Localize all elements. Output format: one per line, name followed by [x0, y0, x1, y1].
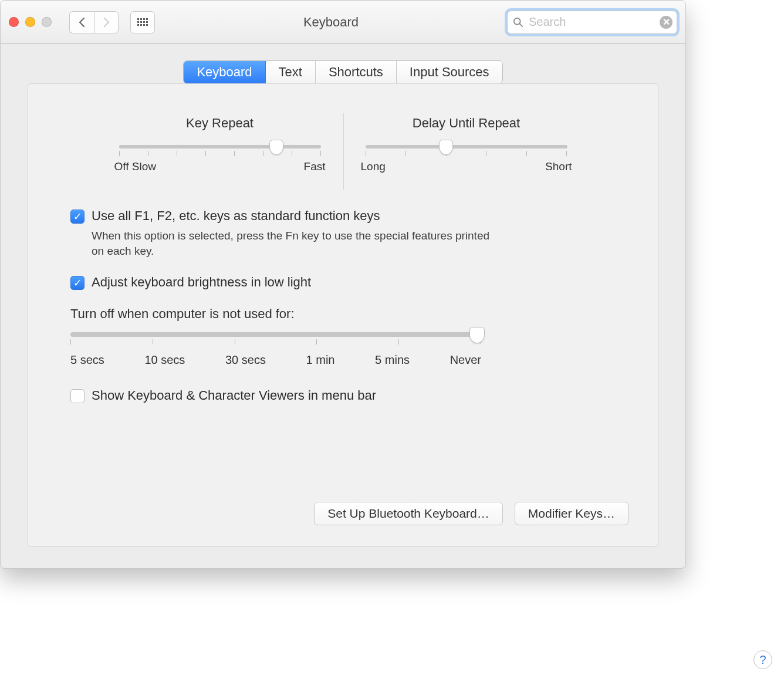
delay-until-repeat-ticks	[366, 151, 567, 157]
brightness-checkbox[interactable]: ✓	[70, 276, 85, 290]
search-input[interactable]	[507, 11, 677, 34]
key-repeat-slow-label: Slow	[132, 160, 156, 173]
key-repeat-title: Key Repeat	[114, 116, 326, 131]
key-repeat-off-label: Off	[114, 160, 129, 173]
delay-until-repeat-title: Delay Until Repeat	[361, 116, 572, 131]
turnoff-slider-wrap: 5 secs 10 secs 30 secs 1 min 5 mins Neve…	[70, 332, 481, 367]
key-repeat-ticks	[119, 151, 321, 157]
forward-button	[94, 11, 119, 33]
sliders-row: Key Repeat Off Slow Fast	[114, 116, 572, 173]
fn-keys-help: When this option is selected, press the …	[92, 228, 499, 258]
turnoff-tick-2: 30 secs	[225, 353, 266, 367]
delay-until-repeat-slider[interactable]	[366, 145, 567, 148]
grid-icon	[137, 18, 148, 26]
svg-line-1	[520, 23, 523, 26]
tab-text[interactable]: Text	[266, 61, 316, 83]
turnoff-tick-5: Never	[450, 353, 481, 367]
show-viewers-row: Show Keyboard & Character Viewers in men…	[70, 388, 499, 403]
chevron-left-icon	[78, 17, 86, 28]
toolbar: Keyboard ✕	[1, 1, 685, 44]
options: ✓ Use all F1, F2, etc. keys as standard …	[70, 208, 499, 403]
key-repeat-slider[interactable]	[119, 145, 321, 148]
keyboard-panel: Key Repeat Off Slow Fast	[28, 83, 658, 547]
close-icon[interactable]	[9, 17, 19, 27]
turnoff-tick-3: 1 min	[306, 353, 335, 367]
turnoff-tick-4: 5 mins	[375, 353, 410, 367]
svg-point-0	[514, 18, 521, 24]
show-viewers-label: Show Keyboard & Character Viewers in men…	[92, 388, 376, 403]
tab-shortcuts[interactable]: Shortcuts	[316, 61, 397, 83]
bluetooth-keyboard-button[interactable]: Set Up Bluetooth Keyboard…	[314, 502, 503, 525]
delay-long-label: Long	[361, 160, 386, 173]
turnoff-ticks	[70, 339, 481, 345]
show-all-button[interactable]	[130, 11, 155, 33]
body: Keyboard Text Shortcuts Input Sources Ke…	[1, 44, 685, 568]
fn-keys-row: ✓ Use all F1, F2, etc. keys as standard …	[70, 208, 499, 224]
window-title: Keyboard	[161, 15, 501, 30]
fn-keys-checkbox[interactable]: ✓	[70, 210, 85, 224]
clear-search-icon[interactable]: ✕	[660, 16, 673, 29]
key-repeat-labels: Off Slow Fast	[114, 160, 326, 173]
preferences-window: Keyboard ✕ Keyboard Text Shortcuts Input…	[0, 0, 686, 569]
turnoff-labels: 5 secs 10 secs 30 secs 1 min 5 mins Neve…	[70, 353, 481, 367]
back-button[interactable]	[69, 11, 94, 33]
tab-input-sources[interactable]: Input Sources	[397, 61, 502, 83]
delay-short-label: Short	[545, 160, 572, 173]
turnoff-label: Turn off when computer is not used for:	[70, 306, 499, 322]
turnoff-tick-0: 5 secs	[70, 353, 104, 367]
minimize-icon[interactable]	[25, 17, 35, 27]
modifier-keys-button[interactable]: Modifier Keys…	[515, 502, 628, 525]
brightness-label: Adjust keyboard brightness in low light	[92, 275, 311, 290]
turnoff-tick-1: 10 secs	[144, 353, 185, 367]
turnoff-thumb[interactable]	[469, 327, 485, 343]
maximize-icon	[42, 17, 52, 27]
brightness-row: ✓ Adjust keyboard brightness in low ligh…	[70, 275, 499, 290]
search-icon	[513, 17, 523, 28]
tabs: Keyboard Text Shortcuts Input Sources	[28, 60, 658, 84]
key-repeat-fast-label: Fast	[304, 160, 326, 173]
bottom-buttons: Set Up Bluetooth Keyboard… Modifier Keys…	[314, 502, 628, 525]
delay-until-repeat-block: Delay Until Repeat Long Short	[361, 116, 572, 173]
chevron-right-icon	[102, 17, 110, 28]
show-viewers-checkbox[interactable]	[70, 389, 85, 403]
window-controls	[9, 17, 52, 27]
key-repeat-block: Key Repeat Off Slow Fast	[114, 116, 326, 173]
delay-until-repeat-labels: Long Short	[361, 160, 572, 173]
fn-keys-label: Use all F1, F2, etc. keys as standard fu…	[92, 208, 380, 224]
nav-buttons	[69, 11, 119, 33]
search-field-wrap: ✕	[507, 11, 677, 34]
tab-keyboard[interactable]: Keyboard	[184, 61, 265, 83]
turnoff-slider[interactable]	[70, 332, 481, 337]
